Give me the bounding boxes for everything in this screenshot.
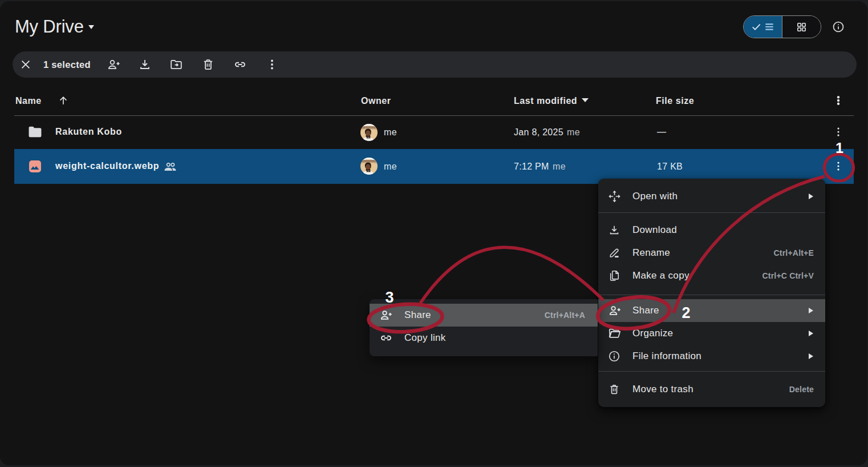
svg-text:1: 1 <box>835 140 843 156</box>
svg-text:2: 2 <box>682 304 690 321</box>
svg-text:3: 3 <box>385 289 394 306</box>
